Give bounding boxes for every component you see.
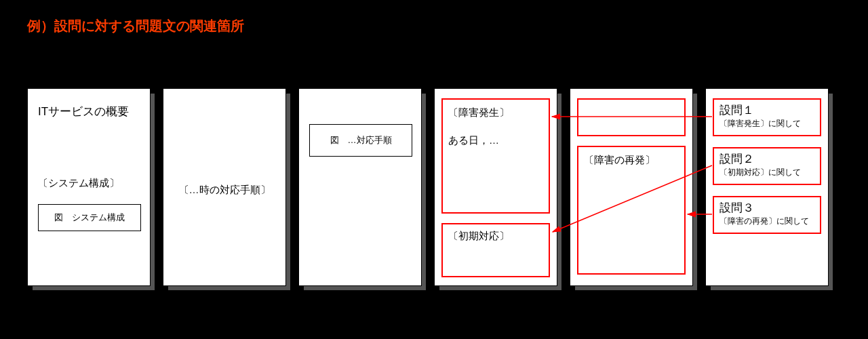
initial-response-section: 〔初期対応〕 — [441, 223, 550, 277]
diagram-stage: ITサービスの概要 〔システム構成〕 図 システム構成 〔…時の対応手順〕 図 … — [20, 88, 848, 319]
fault-occurrence-heading: 〔障害発生〕 — [448, 106, 543, 119]
question-1-box: 設問１ 〔障害発生〕に関して — [713, 98, 821, 136]
question-2-subtitle: 〔初期対応〕に関して — [719, 167, 816, 178]
service-overview-label: ITサービスの概要 — [38, 104, 129, 119]
question-2-box: 設問２ 〔初期対応〕に関して — [713, 147, 821, 185]
question-3-subtitle: 〔障害の再発〕に関して — [719, 216, 816, 227]
fault-recurrence-section: 〔障害の再発〕 — [577, 146, 686, 275]
initial-response-heading: 〔初期対応〕 — [448, 230, 543, 243]
fault-occurrence-body: ある日，… — [448, 134, 543, 147]
fault-recurrence-heading: 〔障害の再発〕 — [584, 154, 679, 167]
question-1-title: 設問１ — [719, 102, 816, 118]
question-2-title: 設問２ — [719, 151, 816, 167]
system-config-figure: 図 システム構成 — [38, 204, 141, 231]
question-3-box: 設問３ 〔障害の再発〕に関して — [713, 196, 821, 234]
questions-page: 設問１ 〔障害発生〕に関して 設問２ 〔初期対応〕に関して 設問３ 〔障害の再発… — [705, 88, 829, 286]
diagram-title: 例）設問に対する問題文の関連箇所 — [0, 0, 868, 35]
problem-page-3: 図 …対応手順 — [298, 88, 422, 286]
problem-page-4: 〔障害発生〕 ある日，… 〔初期対応〕 — [434, 88, 557, 286]
initial-response-continued-section — [577, 98, 686, 136]
question-1-subtitle: 〔障害発生〕に関して — [719, 118, 816, 129]
problem-page-5: 〔障害の再発〕 — [570, 88, 693, 286]
system-config-heading: 〔システム構成〕 — [38, 177, 119, 190]
procedure-figure: 図 …対応手順 — [309, 124, 412, 157]
question-3-title: 設問３ — [719, 200, 816, 216]
problem-page-2: 〔…時の対応手順〕 — [163, 88, 286, 286]
fault-occurrence-section: 〔障害発生〕 ある日，… — [441, 98, 550, 214]
procedure-heading: 〔…時の対応手順〕 — [163, 184, 285, 197]
problem-page-1: ITサービスの概要 〔システム構成〕 図 システム構成 — [27, 88, 151, 286]
